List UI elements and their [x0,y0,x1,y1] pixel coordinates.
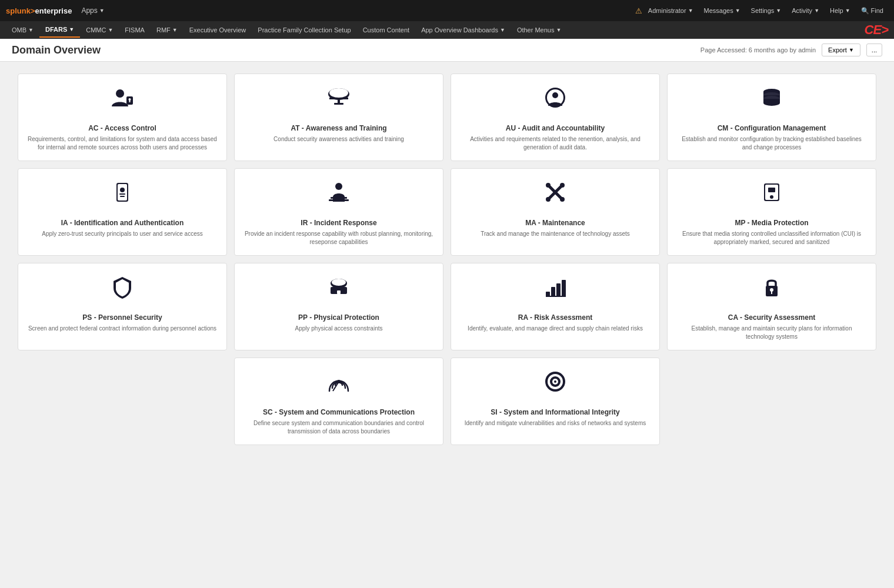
ac-icon [111,86,134,119]
export-button[interactable]: Export ▼ [822,44,860,56]
find-label: Find [871,7,883,14]
ia-desc: Apply zero-trust security principals to … [42,230,202,238]
secondary-navbar: OMB ▼ DFARS ▼ CMMC ▼ FISMA RMF ▼ Executi… [0,21,894,39]
rmf-chevron-icon: ▼ [172,27,178,33]
card-ps[interactable]: PS - Personnel Security Screen and prote… [18,263,227,350]
omb-chevron-icon: ▼ [28,27,34,33]
page-title: Domain Overview [12,44,101,56]
help-menu[interactable]: Help ▼ [825,5,855,16]
main-content: AC - Access Control Requirements, contro… [0,62,894,588]
messages-chevron-icon: ▼ [735,8,740,14]
ia-icon [111,181,134,214]
ac-title: AC - Access Control [88,124,156,132]
ce-logo: CE> [865,22,888,38]
more-label: ... [872,46,877,54]
activity-label: Activity [792,7,812,14]
nav-dfars[interactable]: DFARS ▼ [39,22,80,38]
svg-rect-7 [338,99,340,103]
more-options-button[interactable]: ... [866,44,882,56]
mp-desc: Ensure that media storing controlled unc… [676,230,867,246]
card-at[interactable]: AT - Awareness and Training Conduct secu… [234,74,443,161]
mp-icon [760,181,783,214]
card-pp[interactable]: PP - Physical Protection Apply physical … [234,263,443,350]
messages-menu[interactable]: Messages ▼ [699,5,745,16]
svg-rect-25 [331,197,347,199]
card-ac[interactable]: AC - Access Control Requirements, contro… [18,74,227,161]
ps-icon [111,275,134,309]
card-ia[interactable]: IA - Identification and Authentication A… [18,168,227,256]
nav-rmf[interactable]: RMF ▼ [151,23,184,37]
activity-menu[interactable]: Activity ▼ [787,5,824,16]
ca-desc: Establish, manage and maintain security … [676,325,867,341]
search-icon: 🔍 [861,7,869,15]
find-button[interactable]: 🔍 Find [856,5,888,17]
cards-row-4: SC - System and Communications Protectio… [18,358,876,445]
svg-rect-44 [562,280,566,296]
settings-chevron-icon: ▼ [776,8,781,14]
svg-point-55 [554,380,556,383]
export-label: Export [828,46,847,54]
administrator-menu[interactable]: Administrator ▼ [643,5,698,16]
ma-title: MA - Maintenance [525,219,585,227]
mp-title: MP - Media Protection [735,219,808,227]
svg-rect-6 [329,98,348,99]
svg-rect-42 [551,287,555,296]
cm-title: CM - Configuration Management [718,124,826,132]
ma-desc: Track and manage the maintenance of tech… [481,230,630,238]
svg-rect-43 [556,283,561,296]
svg-rect-23 [120,196,125,197]
nav-cmmc[interactable]: CMMC ▼ [80,23,119,37]
card-mp[interactable]: MP - Media Protection Ensure that media … [667,168,876,256]
svg-point-35 [770,195,773,199]
sec-nav-items: OMB ▼ DFARS ▼ CMMC ▼ FISMA RMF ▼ Executi… [6,22,567,38]
apps-label: Apps [81,6,97,15]
card-ca[interactable]: CA - Security Assessment Establish, mana… [667,263,876,350]
card-cm[interactable]: CM - Configuration Management Establish … [667,74,876,161]
sc-icon [327,370,351,403]
apps-menu[interactable]: Apps ▼ [76,6,109,15]
nav-practice-family[interactable]: Practice Family Collection Setup [252,23,356,37]
nav-omb[interactable]: OMB ▼ [6,23,39,37]
ps-title: PS - Personnel Security [82,313,162,322]
nav-executive-overview[interactable]: Executive Overview [184,23,252,37]
pp-title: PP - Physical Protection [298,313,379,322]
pp-icon [327,275,351,309]
card-ra[interactable]: RA - Risk Assessment Identify, evaluate,… [451,263,660,350]
nav-app-overview[interactable]: App Overview Dashboards ▼ [415,23,511,37]
page-header-right: Page Accessed: 6 months ago by admin Exp… [700,44,882,56]
cards-row-2: IA - Identification and Authentication A… [18,168,876,256]
app-overview-chevron-icon: ▼ [500,27,505,33]
svg-rect-48 [771,291,772,294]
cmmc-chevron-icon: ▼ [108,27,113,33]
card-ir[interactable]: IR - Incident Response Provide an incide… [234,168,443,256]
card-sc[interactable]: SC - System and Communications Protectio… [234,358,443,445]
export-chevron-icon: ▼ [849,47,854,53]
nav-other-menus[interactable]: Other Menus ▼ [511,23,568,37]
svg-point-0 [116,89,124,98]
page-accessed-text: Page Accessed: 6 months ago by admin [700,46,816,54]
svg-rect-41 [546,292,550,296]
warning-icon: ⚠ [635,6,642,15]
ac-desc: Requirements, control, and limitations f… [27,135,218,152]
nav-fisma[interactable]: FISMA [119,23,151,37]
svg-point-38 [332,279,346,286]
svg-point-21 [120,188,125,192]
ma-icon [543,181,567,214]
svg-point-32 [560,183,565,188]
ir-icon [327,181,351,214]
card-ma[interactable]: MA - Maintenance Track and manage the ma… [451,168,660,256]
nav-custom-content[interactable]: Custom Content [357,23,415,37]
svg-rect-40 [337,290,341,294]
ia-title: IA - Identification and Authentication [61,219,184,227]
svg-point-24 [335,183,342,190]
ra-icon [543,275,567,309]
svg-rect-26 [329,199,349,201]
au-title: AU - Audit and Accountability [506,124,605,132]
card-si[interactable]: SI - System and Informational Integrity … [451,358,660,445]
cm-desc: Establish and monitor configuration by t… [676,135,867,152]
activity-chevron-icon: ▼ [814,8,819,14]
au-icon [543,86,567,119]
ca-title: CA - Security Assessment [728,313,816,322]
card-au[interactable]: AU - Audit and Accountability Activities… [451,74,660,161]
settings-menu[interactable]: Settings ▼ [746,5,786,16]
